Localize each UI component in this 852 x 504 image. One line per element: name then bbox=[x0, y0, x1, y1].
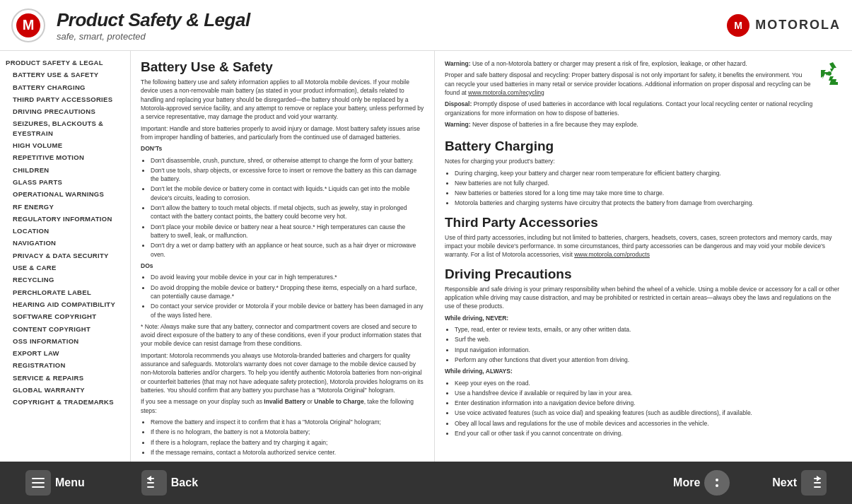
menu-button[interactable]: Menu bbox=[11, 464, 99, 501]
battery-intro-2: Important: Handle and store batteries pr… bbox=[141, 124, 424, 142]
sidebar-item-recycling[interactable]: RECYCLING bbox=[0, 274, 130, 286]
list-item: Use a handsfree device if available or r… bbox=[455, 389, 842, 397]
sidebar-item-oss[interactable]: OSS INFORMATION bbox=[0, 335, 130, 347]
list-item: Use voice activated features (such as vo… bbox=[455, 409, 842, 417]
sidebar-item-repetitive-motion[interactable]: REPETITIVE MOTION bbox=[0, 151, 130, 163]
battery-charging-title: Battery Charging bbox=[445, 139, 842, 154]
sidebar-item-software-copyright[interactable]: SOFTWARE COPYRIGHT bbox=[0, 310, 130, 322]
sidebar-item-product-safety-legal[interactable]: PRODUCT SAFETY & LEGAL bbox=[0, 57, 130, 69]
sidebar-item-use-care[interactable]: USE & CARE bbox=[0, 262, 130, 274]
list-item: If the message remains, contact a Motoro… bbox=[151, 448, 424, 457]
svg-rect-5 bbox=[32, 482, 45, 484]
donts-label: DON'Ts bbox=[141, 144, 424, 153]
main-content: PRODUCT SAFETY & LEGAL BATTERY USE & SAF… bbox=[0, 51, 852, 462]
dos-label: DOs bbox=[141, 262, 424, 270]
list-item: Do avoid dropping the mobile device or b… bbox=[151, 283, 424, 301]
back-button[interactable]: Back bbox=[127, 464, 212, 501]
battery-use-safety-title: Battery Use & Safety bbox=[141, 59, 424, 75]
sidebar: PRODUCT SAFETY & LEGAL BATTERY USE & SAF… bbox=[0, 51, 131, 462]
header: M Product Safety & Legal safe, smart, pr… bbox=[0, 0, 852, 51]
sidebar-item-operational-warnings[interactable]: OPERATIONAL WARNINGS bbox=[0, 188, 130, 200]
motorola-brand-logo: M bbox=[727, 14, 749, 37]
sidebar-item-content-copyright[interactable]: CONTENT COPYRIGHT bbox=[0, 323, 130, 335]
warning1: Warning: Use of a non-Motorola battery o… bbox=[445, 59, 842, 68]
recycling-link[interactable]: www.motorola.com/recycling bbox=[468, 89, 544, 96]
list-item: Type, read, enter or review texts, email… bbox=[455, 325, 842, 334]
sidebar-item-registration[interactable]: REGISTRATION bbox=[0, 359, 130, 371]
disposal: Disposal: Promptly dispose of used batte… bbox=[445, 100, 842, 117]
sidebar-item-perchlorate[interactable]: PERCHLORATE LABEL bbox=[0, 286, 130, 298]
next-label: Next bbox=[772, 476, 797, 489]
sidebar-item-service-repairs[interactable]: SERVICE & REPAIRS bbox=[0, 372, 130, 384]
disposal-text: Promptly dispose of used batteries in ac… bbox=[445, 100, 812, 116]
list-item: New batteries are not fully charged. bbox=[455, 179, 842, 187]
list-item: During charging, keep your battery and c… bbox=[455, 169, 842, 177]
svg-marker-16 bbox=[817, 476, 821, 481]
sidebar-item-battery-use-safety[interactable]: BATTERY USE & SAFETY bbox=[0, 69, 130, 81]
proper-disposal: Proper and safe battery disposal and rec… bbox=[445, 71, 842, 97]
battery-use-safety-body: The following battery use and safety inf… bbox=[141, 78, 424, 457]
warning2-text: Never dispose of batteries in a fire bec… bbox=[472, 121, 638, 128]
sidebar-item-location[interactable]: LOCATION bbox=[0, 225, 130, 237]
list-item: End your call or other task if you canno… bbox=[455, 429, 842, 438]
sidebar-item-driving-precautions[interactable]: DRIVING PRECAUTIONS bbox=[0, 105, 130, 117]
brand-block: M MOTOROLA bbox=[727, 14, 841, 37]
sidebar-item-third-party[interactable]: THIRD PARTY ACCESSORIES bbox=[0, 93, 130, 105]
list-item: Do contact your service provider or Moto… bbox=[151, 302, 424, 320]
list-item: Don't let the mobile device or battery c… bbox=[151, 184, 424, 202]
driving-never-label: While driving, NEVER: bbox=[445, 314, 842, 322]
svg-text:M: M bbox=[734, 20, 742, 31]
list-item: Keep your eyes on the road. bbox=[455, 379, 842, 387]
motorola-logo-header: M bbox=[11, 8, 45, 42]
sidebar-item-copyright-trademarks[interactable]: COPYRIGHT & TRADEMARKS bbox=[0, 396, 130, 408]
third-party-link[interactable]: www.motorola.com/products bbox=[574, 251, 650, 258]
svg-text:M: M bbox=[23, 17, 35, 33]
list-item: Don't allow the battery to touch metal o… bbox=[151, 204, 424, 221]
content-left: Battery Use & Safety The following batte… bbox=[131, 51, 435, 462]
svg-point-12 bbox=[716, 484, 718, 487]
list-item: Do avoid leaving your mobile device in y… bbox=[151, 273, 424, 281]
list-item: New batteries or batteries stored for a … bbox=[455, 189, 842, 197]
back-icon bbox=[141, 470, 167, 496]
svg-point-3 bbox=[827, 71, 831, 76]
header-title-block: Product Safety & Legal safe, smart, prot… bbox=[57, 9, 250, 42]
battery-important2: Important: Motorola recommends you alway… bbox=[141, 351, 424, 395]
warning2: Warning: Never dispose of batteries in a… bbox=[445, 120, 842, 129]
driving-title: Driving Precautions bbox=[445, 266, 842, 282]
sidebar-item-children[interactable]: CHILDREN bbox=[0, 164, 130, 176]
next-button[interactable]: Next bbox=[758, 464, 841, 501]
sidebar-item-hearing-aid[interactable]: HEARING AID COMPATIBILITY bbox=[0, 298, 130, 310]
warning1-text: Use of a non-Motorola battery or charger… bbox=[472, 60, 747, 67]
next-icon bbox=[801, 470, 827, 496]
list-item: Input navigation information. bbox=[455, 346, 842, 354]
or-text: or bbox=[307, 398, 313, 405]
more-button[interactable]: More bbox=[659, 464, 744, 501]
charging-notes-label: Notes for charging your product's batter… bbox=[445, 157, 842, 165]
sidebar-item-high-volume[interactable]: HIGH VOLUME bbox=[0, 139, 130, 151]
recycle-icon bbox=[817, 61, 842, 88]
dos-list: Do avoid leaving your mobile device in y… bbox=[151, 273, 424, 320]
list-item: Don't use tools, sharp objects, or exces… bbox=[151, 166, 424, 184]
list-item: Obey all local laws and regulations for … bbox=[455, 419, 842, 428]
driving-body1: Responsible and safe driving is your pri… bbox=[445, 285, 842, 311]
sidebar-item-global-warranty[interactable]: GLOBAL WARRANTY bbox=[0, 384, 130, 396]
sidebar-item-privacy[interactable]: PRIVACY & DATA SECURITY bbox=[0, 250, 130, 262]
svg-marker-9 bbox=[147, 476, 151, 481]
sidebar-item-seizures[interactable]: SEIZURES, BLACKOUTS & EYESTRAIN bbox=[0, 117, 130, 139]
list-item: Motorola batteries and charging systems … bbox=[455, 199, 842, 207]
sidebar-item-navigation[interactable]: NAVIGATION bbox=[0, 237, 130, 249]
sidebar-item-export-law[interactable]: EXPORT LAW bbox=[0, 347, 130, 359]
list-item: Don't disassemble, crush, puncture, shre… bbox=[151, 156, 424, 165]
sidebar-item-glass-parts[interactable]: GLASS PARTS bbox=[0, 176, 130, 188]
page-title: Product Safety & Legal bbox=[57, 9, 250, 31]
svg-rect-6 bbox=[32, 486, 45, 488]
bottom-nav: Menu Back More Next bbox=[0, 462, 852, 504]
sidebar-item-regulatory-info[interactable]: REGULATORY INFORMATION bbox=[0, 213, 130, 225]
list-item: Remove the battery and inspect it to con… bbox=[151, 418, 424, 426]
list-item: Perform any other functions that divert … bbox=[455, 356, 842, 364]
sidebar-item-battery-charging[interactable]: BATTERY CHARGING bbox=[0, 81, 130, 93]
invalid-label: If you see a message on your display suc… bbox=[141, 398, 262, 405]
sidebar-item-rf-energy[interactable]: RF ENERGY bbox=[0, 201, 130, 213]
svg-rect-8 bbox=[147, 482, 154, 484]
brand-name: MOTOROLA bbox=[755, 18, 841, 33]
